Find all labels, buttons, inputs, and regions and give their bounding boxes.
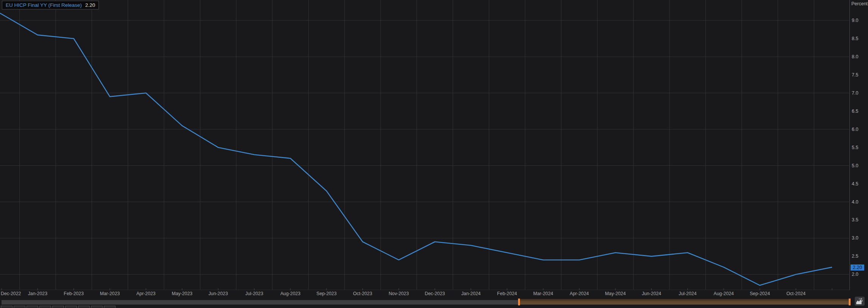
y-axis-tick-label: 3.0 — [852, 235, 858, 241]
x-axis-tick-label: Feb-2024 — [497, 291, 517, 296]
x-axis-tick-label: Dec-2023 — [425, 291, 445, 296]
x-axis-tick-label: Jan-2024 — [461, 291, 481, 296]
y-axis: Percent 9.08.58.07.57.06.56.05.55.04.54.… — [849, 0, 868, 290]
bottom-strip-cell[interactable] — [104, 306, 116, 308]
x-axis-tick-label: Mar-2024 — [533, 291, 553, 296]
chart-timeline-expand-icon — [856, 298, 863, 304]
bottom-strip-cell[interactable] — [39, 306, 51, 308]
y-axis-tick-label: 4.0 — [852, 199, 858, 205]
current-value-badge: 2.20 — [851, 264, 864, 271]
scrollbar-selected-range[interactable] — [518, 299, 851, 305]
series-legend[interactable]: EU HICP Final YY (First Release)2.20 — [2, 1, 99, 9]
y-axis-tick-label: 2.5 — [852, 253, 858, 259]
x-axis-tick-label: Feb-2023 — [64, 291, 84, 296]
x-axis-tick-label: Oct-2023 — [353, 291, 372, 296]
scrollbar-track[interactable] — [2, 300, 518, 305]
y-axis-tick-label: 7.5 — [852, 72, 858, 78]
x-axis-tick-label: Jan-2023 — [28, 291, 47, 296]
y-axis-tick-label: 7.0 — [852, 90, 858, 96]
scrollbar-right-handle[interactable] — [849, 299, 851, 305]
x-axis-tick-label: Jun-2023 — [208, 291, 228, 296]
x-axis-tick-label: Jun-2024 — [642, 291, 661, 296]
x-axis-tick-label: Sep-2023 — [316, 291, 336, 296]
x-axis-tick-label: Apr-2023 — [136, 291, 156, 296]
bottom-strip-cell[interactable] — [65, 306, 77, 308]
bottom-strip-cell[interactable] — [14, 306, 25, 308]
x-axis-tick-label: May-2024 — [605, 291, 626, 296]
bottom-strip-cell[interactable] — [1, 306, 12, 308]
y-axis-tick-label: 6.5 — [852, 108, 858, 114]
series-last-value: 2.20 — [85, 2, 95, 8]
x-axis-tick-label: Oct-2024 — [786, 291, 806, 296]
x-axis-tick-label: Jul-2023 — [245, 291, 263, 296]
y-axis-tick-label: 9.0 — [852, 17, 858, 23]
x-axis-tick-label: Apr-2024 — [570, 291, 589, 296]
y-axis-tick-label: 5.5 — [852, 145, 858, 151]
y-axis-tick-label: 8.5 — [852, 36, 858, 42]
timeline-scrollbar[interactable] — [0, 297, 868, 306]
x-axis-tick-label: Aug-2023 — [280, 291, 300, 296]
line-chart-canvas[interactable] — [0, 0, 849, 290]
scrollbar-range-fill[interactable] — [520, 299, 849, 305]
x-axis-tick-label: Mar-2023 — [100, 291, 120, 296]
y-axis-tick-label: 2.0 — [852, 271, 858, 277]
x-axis-tick-label: May-2023 — [172, 291, 192, 296]
hicp-chart-window: { "legend": { "name": "EU HICP Final YY … — [0, 0, 868, 308]
plot-area[interactable]: EU HICP Final YY (First Release)2.20 — [0, 0, 849, 290]
y-axis-tick-label: 8.0 — [852, 54, 858, 60]
expand-timeline-button[interactable] — [855, 297, 865, 306]
x-axis-tick-label: Jul-2024 — [679, 291, 696, 296]
y-axis-tick-label: 5.0 — [852, 163, 858, 169]
x-axis-tick-label: Dec-2022 — [1, 291, 21, 296]
bottom-strip-cell[interactable] — [27, 306, 38, 308]
series-name: EU HICP Final YY (First Release) — [6, 2, 82, 8]
bottom-toolbar-strip — [0, 306, 868, 308]
bottom-strip-cell[interactable] — [52, 306, 64, 308]
bottom-strip-cell[interactable] — [91, 306, 103, 308]
x-axis-tick-label: Aug-2024 — [713, 291, 734, 296]
x-axis-tick-label: Nov-2023 — [389, 291, 409, 296]
scrollbar-left-handle[interactable] — [518, 299, 520, 305]
bottom-strip-cell[interactable] — [78, 306, 90, 308]
y-axis-title: Percent — [851, 1, 868, 6]
hicp-series-line — [0, 13, 832, 285]
x-axis-tick-label: Sep-2024 — [750, 291, 770, 296]
y-axis-tick-label: 4.5 — [852, 181, 858, 187]
y-axis-tick-label: 3.5 — [852, 217, 858, 223]
y-axis-tick-label: 6.0 — [852, 126, 858, 132]
